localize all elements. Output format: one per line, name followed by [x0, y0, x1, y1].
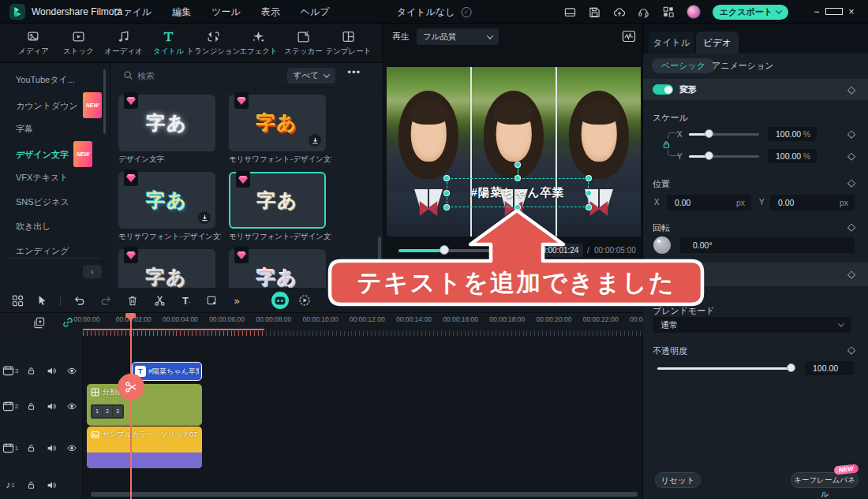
position-y-value[interactable]: 0.00px — [770, 195, 855, 210]
scale-x-value[interactable]: 100.00% — [768, 127, 817, 141]
hide-track-icon[interactable] — [62, 443, 82, 453]
lock-track-icon[interactable] — [21, 402, 41, 411]
keyframe-panel-button[interactable]: キーフレームパネル — [791, 472, 859, 488]
select-cursor-icon[interactable] — [36, 294, 49, 307]
lock-icon[interactable] — [660, 139, 672, 150]
title-card-design-text[interactable]: 字あ — [118, 95, 215, 151]
lock-track-icon[interactable] — [21, 367, 41, 375]
rotation-handle[interactable] — [514, 162, 521, 168]
user-avatar[interactable] — [687, 5, 701, 19]
minimize-button[interactable]: − — [808, 0, 825, 24]
tab-templates[interactable]: テンプレート — [326, 24, 371, 62]
render-settings-icon[interactable] — [298, 294, 311, 307]
resize-handle-nw[interactable] — [443, 175, 450, 181]
maximize-button[interactable] — [825, 0, 843, 24]
keyframe-diamond-icon[interactable]: ◇ — [847, 127, 855, 141]
cloud-upload-icon[interactable] — [613, 6, 626, 18]
menu-file[interactable]: ファイル — [113, 0, 152, 24]
library-scrollbar[interactable] — [378, 236, 381, 287]
sidebar-item-subtitles[interactable]: 字幕 — [0, 117, 110, 141]
subtab-basic[interactable]: ベーシック — [652, 58, 715, 73]
reset-button[interactable]: リセット — [655, 472, 701, 488]
title-card-morisawa-gold[interactable]: 字あ — [229, 95, 326, 151]
rotation-value[interactable]: 0.00° — [680, 237, 855, 253]
scale-x-knob[interactable] — [705, 129, 713, 138]
tab-audio[interactable]: オーディオ — [101, 24, 146, 62]
resize-handle-sw[interactable] — [443, 204, 450, 210]
tab-transitions[interactable]: トランジション — [191, 24, 236, 62]
more-options-icon[interactable]: ••• — [347, 66, 361, 78]
delete-icon[interactable] — [126, 294, 139, 307]
lock-track-icon[interactable] — [21, 444, 41, 452]
add-text-icon[interactable]: T. — [180, 294, 193, 307]
resize-handle-s[interactable] — [514, 204, 521, 210]
split-scissors-icon[interactable] — [153, 294, 166, 307]
search-input[interactable] — [137, 67, 295, 84]
mute-track-icon[interactable] — [41, 443, 62, 453]
title-card-pink[interactable]: 字あ — [229, 249, 326, 288]
resize-handle-ne[interactable] — [586, 175, 592, 181]
scale-y-value[interactable]: 100.00% — [768, 149, 817, 163]
overlay-text[interactable]: #陽菜ちゃん卒業 — [447, 179, 588, 207]
transform-toggle[interactable] — [653, 84, 673, 95]
sidebar-item-ending[interactable]: エンディング — [0, 239, 110, 263]
render-preview-icon[interactable] — [622, 29, 636, 47]
menu-edit[interactable]: 編集 — [172, 0, 191, 24]
opacity-knob[interactable] — [787, 363, 795, 372]
crop-icon[interactable] — [205, 294, 218, 307]
tab-video-properties[interactable]: ビデオ — [696, 32, 739, 54]
timeline-text-clip[interactable]: T #陽菜ちゃん卒業 — [132, 362, 202, 381]
redo-icon[interactable] — [99, 294, 112, 307]
blend-mode-dropdown[interactable]: 通常 — [653, 317, 851, 333]
sidebar-collapse-button[interactable]: ‹ — [83, 265, 102, 278]
sidebar-item-youtube[interactable]: YouTubeタイ... — [0, 68, 110, 92]
keyframe-diamond-icon[interactable]: ◇ — [847, 177, 855, 189]
mute-track-icon[interactable] — [41, 366, 62, 376]
tab-stickers[interactable]: ステッカー — [281, 24, 326, 62]
sidebar-item-sns-business[interactable]: SNSビジネス — [0, 190, 110, 214]
resize-handle-e[interactable] — [586, 190, 592, 196]
keyframe-diamond-icon[interactable]: ◇ — [847, 79, 855, 100]
title-card-morisawa-neon[interactable]: 字あ — [118, 172, 215, 229]
title-card-silver[interactable]: 字あ — [118, 249, 215, 288]
seek-slider-knob[interactable] — [440, 245, 449, 255]
mute-track-icon[interactable] — [41, 480, 62, 490]
quality-dropdown[interactable]: フル品質 — [417, 28, 499, 45]
title-card-morisawa-selected[interactable]: 字あ — [229, 172, 326, 229]
tab-effects[interactable]: エフェクト — [236, 24, 281, 62]
timeline-splitscreen-clip[interactable]: 分割表示 5 1 2 3 — [87, 384, 202, 426]
export-button[interactable]: エクスポート — [713, 5, 788, 20]
opacity-slider[interactable] — [657, 367, 795, 370]
media-layout-icon[interactable] — [11, 294, 24, 307]
undo-icon[interactable] — [73, 294, 85, 307]
download-icon[interactable] — [309, 134, 321, 147]
timeline-horizontal-scrollbar[interactable] — [91, 492, 638, 497]
timeline-ruler[interactable]: 00:00:0000:00:02:0000:00:04:0000:00:06:0… — [0, 313, 643, 337]
auto-ripple-link-icon[interactable] — [62, 317, 73, 332]
playhead[interactable] — [130, 313, 132, 499]
lock-track-icon[interactable] — [21, 481, 41, 490]
tab-title-properties[interactable]: タイトル — [649, 32, 694, 54]
sidebar-scrollbar[interactable] — [103, 69, 106, 134]
text-selection-box[interactable]: #陽菜ちゃん卒業 — [447, 178, 589, 207]
resize-handle-n[interactable] — [514, 175, 521, 181]
layout-panel-icon[interactable] — [564, 6, 577, 18]
video-stage[interactable]: #陽菜ちゃん卒業 — [387, 67, 641, 236]
tab-titles[interactable]: タイトル — [146, 24, 191, 62]
project-title[interactable]: タイトルなし — [397, 6, 455, 19]
filter-dropdown[interactable]: すべて — [287, 68, 335, 84]
more-tools-icon[interactable]: » — [230, 294, 243, 307]
keyframe-diamond-icon[interactable]: ◇ — [847, 149, 855, 163]
keyframe-diamond-icon[interactable]: ◇ — [847, 263, 855, 286]
shortcut-grid-icon[interactable] — [662, 6, 675, 18]
menu-view[interactable]: 表示 — [261, 0, 280, 24]
scale-y-slider[interactable] — [689, 155, 759, 158]
keyframe-diamond-icon[interactable]: ◇ — [847, 344, 855, 356]
save-icon[interactable] — [589, 6, 601, 18]
sidebar-item-speech-bubble[interactable]: 吹き出し — [0, 214, 110, 239]
sidebar-item-countdown[interactable]: カウントダウンNEW — [0, 92, 110, 117]
tab-stock[interactable]: ストック — [56, 24, 101, 62]
keyframe-diamond-icon[interactable]: ◇ — [847, 221, 855, 233]
hide-track-icon[interactable] — [62, 366, 82, 376]
playhead-handle[interactable] — [125, 313, 136, 318]
